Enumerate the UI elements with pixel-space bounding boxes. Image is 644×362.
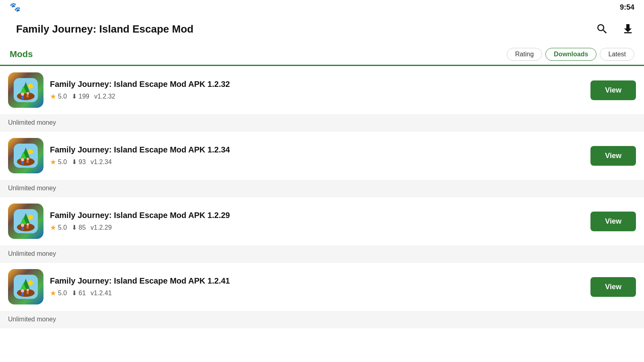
- version-meta: v1.2.41: [91, 290, 111, 297]
- rating-meta: ★ 5.0: [50, 223, 67, 232]
- game-icon: [14, 144, 38, 168]
- svg-point-25: [27, 223, 29, 226]
- version-value: v1.2.41: [91, 290, 111, 297]
- mod-main-row: Family Journey: Island Escape Mod APK 1.…: [0, 66, 644, 114]
- svg-point-31: [28, 280, 33, 285]
- mod-tag: Unlimited money: [8, 250, 56, 257]
- mod-meta: ★ 5.0 ⬇ 61 v1.2.41: [50, 289, 584, 298]
- downloads-meta: ⬇ 199: [72, 93, 89, 100]
- page-title: Family Journey: Island Escape Mod: [16, 23, 592, 35]
- svg-point-5: [21, 93, 24, 96]
- download-count: 61: [78, 290, 86, 297]
- version-meta: v1.2.34: [91, 158, 111, 166]
- mod-tag-row: Unlimited money: [0, 180, 644, 197]
- svg-rect-15: [21, 161, 24, 165]
- download-count-icon: ⬇: [72, 224, 77, 231]
- tab-downloads[interactable]: Downloads: [545, 48, 597, 61]
- download-count: 85: [78, 224, 86, 231]
- view-button-4[interactable]: View: [590, 277, 636, 297]
- svg-rect-24: [21, 227, 24, 230]
- svg-rect-8: [27, 95, 29, 97]
- mod-main-row: Family Journey: Island Escape Mod APK 1.…: [0, 197, 644, 245]
- svg-rect-35: [27, 291, 29, 294]
- star-icon: ★: [50, 289, 56, 298]
- game-icon: [14, 275, 38, 299]
- mod-title: Family Journey: Island Escape Mod APK 1.…: [50, 145, 584, 154]
- mod-thumbnail: [8, 138, 43, 173]
- rating-value: 5.0: [58, 224, 67, 231]
- version-value: v1.2.34: [91, 158, 111, 166]
- app-logo: 🐾: [10, 2, 21, 12]
- mod-thumbnail-image: [8, 72, 43, 108]
- mod-tag-row: Unlimited money: [0, 245, 644, 262]
- tab-latest[interactable]: Latest: [600, 48, 634, 61]
- rating-meta: ★ 5.0: [50, 92, 67, 101]
- star-icon: ★: [50, 92, 56, 101]
- tabs-filters: Rating Downloads Latest: [507, 48, 634, 61]
- mod-info: Family Journey: Island Escape Mod APK 1.…: [50, 276, 584, 298]
- mod-list: Family Journey: Island Escape Mod APK 1.…: [0, 66, 644, 362]
- view-button-3[interactable]: View: [590, 212, 636, 231]
- tabs-section: Mods Rating Downloads Latest: [0, 43, 644, 66]
- game-icon: [14, 78, 38, 102]
- tabs-label: Mods: [10, 49, 507, 60]
- mod-tag-row: Unlimited money: [0, 114, 644, 131]
- svg-rect-26: [27, 226, 29, 228]
- download-count: 199: [78, 93, 89, 100]
- star-icon: ★: [50, 223, 56, 232]
- search-icon: [596, 23, 609, 35]
- tab-rating[interactable]: Rating: [507, 48, 542, 61]
- mod-meta: ★ 5.0 ⬇ 85 v1.2.29: [50, 223, 584, 232]
- svg-rect-17: [27, 160, 29, 163]
- download-count-icon: ⬇: [72, 289, 77, 297]
- svg-point-14: [21, 158, 24, 161]
- mod-item-1: Family Journey: Island Escape Mod APK 1.…: [0, 66, 644, 132]
- version-value: v1.2.32: [94, 93, 115, 100]
- mod-tag: Unlimited money: [8, 119, 56, 126]
- svg-point-13: [28, 149, 33, 154]
- downloads-meta: ⬇ 85: [72, 224, 86, 231]
- download-button[interactable]: [618, 19, 638, 39]
- status-bar: 🐾 9:54: [0, 0, 644, 14]
- mod-title: Family Journey: Island Escape Mod APK 1.…: [50, 80, 584, 89]
- svg-point-34: [27, 289, 29, 291]
- view-button-2[interactable]: View: [590, 146, 636, 166]
- svg-point-16: [27, 158, 29, 160]
- svg-point-4: [28, 84, 33, 88]
- rating-value: 5.0: [58, 93, 67, 100]
- mod-thumbnail-image: [8, 204, 43, 239]
- mod-meta: ★ 5.0 ⬇ 199 v1.2.32: [50, 92, 584, 101]
- download-count-icon: ⬇: [72, 93, 77, 100]
- mod-thumbnail-image: [8, 269, 43, 304]
- view-button-1[interactable]: View: [590, 80, 636, 100]
- header-actions: [592, 19, 638, 39]
- mod-tag-row: Unlimited money: [0, 311, 644, 328]
- status-time: 9:54: [620, 3, 634, 12]
- game-icon: [14, 209, 38, 233]
- mod-thumbnail: [8, 72, 43, 108]
- svg-point-22: [28, 215, 33, 220]
- mod-meta: ★ 5.0 ⬇ 93 v1.2.34: [50, 158, 584, 167]
- back-button[interactable]: [6, 26, 13, 32]
- version-value: v1.2.29: [91, 224, 111, 231]
- mod-thumbnail: [8, 269, 43, 304]
- search-button[interactable]: [592, 19, 612, 39]
- mod-title: Family Journey: Island Escape Mod APK 1.…: [50, 211, 584, 220]
- downloads-meta: ⬇ 61: [72, 289, 86, 297]
- download-count: 93: [78, 158, 86, 166]
- mod-item-4: Family Journey: Island Escape Mod APK 1.…: [0, 263, 644, 328]
- version-meta: v1.2.29: [91, 224, 111, 231]
- mod-item-2: Family Journey: Island Escape Mod APK 1.…: [0, 132, 644, 197]
- header: Family Journey: Island Escape Mod: [0, 14, 644, 43]
- rating-value: 5.0: [58, 158, 67, 166]
- svg-point-32: [21, 289, 24, 292]
- svg-rect-6: [21, 96, 24, 99]
- version-meta: v1.2.32: [94, 93, 115, 100]
- download-icon: [621, 23, 634, 35]
- download-count-icon: ⬇: [72, 158, 77, 166]
- svg-rect-33: [21, 292, 24, 296]
- star-icon: ★: [50, 158, 56, 167]
- mod-tag: Unlimited money: [8, 185, 56, 191]
- mod-thumbnail: [8, 204, 43, 239]
- mod-info: Family Journey: Island Escape Mod APK 1.…: [50, 80, 584, 101]
